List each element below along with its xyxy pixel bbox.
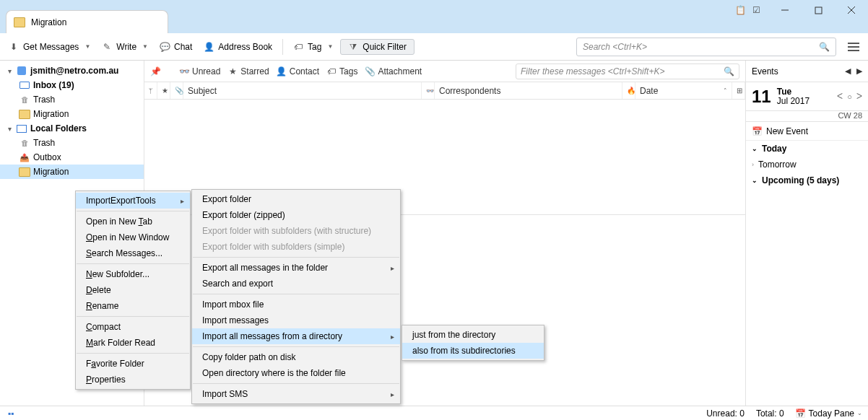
inbox-row[interactable]: Inbox (19)	[0, 78, 144, 92]
chevron-down-icon: ▼	[327, 43, 333, 50]
account-label: jsmith@netro.com.au	[30, 66, 118, 76]
menu-import-sms[interactable]: Import SMS▸	[192, 386, 400, 402]
address-book-button[interactable]: 👤 Address Book	[199, 39, 277, 55]
tag-label: Tag	[308, 42, 321, 52]
tag-button[interactable]: 🏷 Tag ▼	[289, 39, 337, 55]
events-title: Events	[752, 66, 778, 76]
today-icon[interactable]: ○	[847, 92, 852, 101]
col-junk[interactable]: 🔥	[622, 82, 635, 99]
col-star[interactable]: ★	[157, 82, 170, 99]
menu-search-messages[interactable]: Search Messages...	[76, 245, 190, 261]
col-read[interactable]: 👓	[422, 82, 435, 99]
menu-compact[interactable]: Compact	[76, 319, 190, 335]
group-tomorrow[interactable]: ›Tomorrow	[746, 157, 868, 172]
global-search-input[interactable]: Search <Ctrl+K> 🔍	[576, 38, 836, 56]
twisty-icon[interactable]: ▾	[6, 125, 13, 133]
menu-properties[interactable]: Properties	[76, 372, 190, 388]
local-folders-row[interactable]: ▾ Local Folders	[0, 121, 144, 136]
quick-filter-bar: 📌 👓Unread ★Starred 👤Contact 🏷Tags 📎Attac…	[144, 61, 745, 82]
menu-just-from-dir[interactable]: just from the directory	[402, 327, 544, 343]
trash-row[interactable]: Trash	[0, 92, 144, 107]
chevron-right-icon: ▸	[391, 390, 394, 398]
migration-row[interactable]: Migration	[0, 107, 144, 121]
lf-outbox-row[interactable]: Outbox	[0, 150, 144, 165]
quick-filter-label: Quick Filter	[363, 42, 407, 52]
menu-import-all-from-dir[interactable]: Import all messages from a directory▸	[192, 328, 400, 344]
col-attachment[interactable]: 📎	[170, 82, 183, 99]
lf-migration-row[interactable]: Migration	[0, 165, 144, 179]
filter-starred[interactable]: ★Starred	[227, 66, 269, 76]
tasks-icon[interactable]: ☑	[751, 5, 761, 15]
prev-day-button[interactable]: ◀	[845, 66, 851, 76]
filter-messages-input[interactable]: Filter these messages <Ctrl+Shift+K> 🔍	[516, 64, 739, 79]
col-picker[interactable]: ⊞	[732, 82, 745, 99]
calendar-week: CW 28	[746, 111, 868, 122]
events-header: Events ◀ ▶	[746, 61, 868, 82]
folder-icon	[19, 109, 30, 119]
filter-attachment[interactable]: 📎Attachment	[365, 66, 422, 76]
chat-button[interactable]: 💬 Chat	[155, 39, 196, 55]
import-export-submenu: Export folder Export folder (zipped) Exp…	[191, 189, 401, 404]
app-menu-button[interactable]	[843, 38, 864, 56]
minimize-button[interactable]	[768, 0, 802, 20]
menu-mark-folder-read[interactable]: Mark Folder Read	[76, 335, 190, 351]
get-messages-label: Get Messages	[23, 42, 79, 52]
lf-trash-row[interactable]: Trash	[0, 136, 144, 150]
prev-icon[interactable]: ᐸ	[837, 92, 843, 101]
col-subject[interactable]: Subject	[183, 82, 422, 99]
menu-import-export-tools[interactable]: ImportExportTools▸	[76, 193, 190, 209]
menu-rename[interactable]: Rename	[76, 298, 190, 314]
menu-export-folder[interactable]: Export folder	[192, 191, 400, 207]
account-row[interactable]: ▾ jsmith@netro.com.au	[0, 64, 144, 78]
menu-favorite-folder[interactable]: Favorite Folder	[76, 356, 190, 372]
menu-copy-folder-path[interactable]: Copy folder path on disk	[192, 349, 400, 365]
menu-export-all-messages[interactable]: Export all messages in the folder▸	[192, 260, 400, 276]
next-day-button[interactable]: ▶	[856, 66, 862, 76]
svg-rect-1	[815, 7, 822, 14]
contact-icon: 👤	[277, 66, 287, 76]
group-today[interactable]: ⌄Today	[746, 141, 868, 157]
new-event-button[interactable]: 📅 New Event	[746, 122, 868, 141]
get-messages-button[interactable]: ⬇ Get Messages ▼	[4, 39, 95, 55]
address-book-label: Address Book	[218, 42, 272, 52]
write-label: Write	[116, 42, 136, 52]
filter-unread[interactable]: 👓Unread	[179, 66, 220, 76]
menu-search-and-export[interactable]: Search and export	[192, 276, 400, 292]
filter-contact[interactable]: 👤Contact	[277, 66, 319, 76]
chevron-down-icon: ▼	[142, 43, 148, 50]
filter-tags[interactable]: 🏷Tags	[326, 66, 357, 76]
status-total: Total: 0	[756, 408, 784, 419]
write-button[interactable]: ✎ Write ▼	[97, 39, 152, 55]
menu-delete[interactable]: Delete	[76, 282, 190, 298]
maximize-button[interactable]	[802, 0, 835, 20]
download-icon: ⬇	[9, 42, 19, 52]
pin-icon[interactable]: 📌	[150, 66, 160, 76]
menu-import-messages[interactable]: Import messages	[192, 312, 400, 328]
migration-label: Migration	[33, 109, 69, 119]
menu-open-new-tab[interactable]: Open in New Tab	[76, 214, 190, 229]
menu-export-subfolders-simple: Export folder with subfolders (simple)	[192, 239, 400, 255]
menu-also-from-sub[interactable]: also from its subdirectories	[402, 343, 544, 359]
today-pane-toggle[interactable]: 📅 Today Pane ⌄	[796, 408, 862, 419]
day-number: 11	[752, 87, 771, 107]
menu-open-new-window[interactable]: Open in New Window	[76, 229, 190, 245]
chevron-right-icon: ▸	[391, 264, 394, 272]
menu-open-directory[interactable]: Open directory where is the folder file	[192, 365, 400, 381]
quick-filter-button[interactable]: ⧩ Quick Filter	[340, 39, 415, 55]
group-upcoming[interactable]: ⌄Upcoming (5 days)	[746, 172, 868, 188]
col-date[interactable]: Date˄	[635, 82, 732, 99]
calendar-icon[interactable]: 📋	[735, 5, 745, 15]
col-thread[interactable]: ᛘ	[144, 82, 157, 99]
main-toolbar: ⬇ Get Messages ▼ ✎ Write ▼ 💬 Chat 👤 Addr…	[0, 33, 868, 61]
twisty-icon[interactable]: ▾	[6, 67, 13, 75]
tag-icon: 🏷	[326, 66, 337, 76]
menu-new-subfolder[interactable]: New Subfolder...	[76, 266, 190, 282]
next-icon[interactable]: ᐳ	[856, 92, 862, 101]
tab-migration[interactable]: Migration	[6, 10, 168, 33]
menu-import-mbox[interactable]: Import mbox file	[192, 297, 400, 312]
col-correspondents[interactable]: Correspondents	[435, 82, 622, 99]
activity-icon[interactable]: ▪▪	[6, 408, 16, 419]
close-button[interactable]	[835, 0, 868, 20]
trash-icon	[19, 138, 30, 148]
menu-export-folder-zipped[interactable]: Export folder (zipped)	[192, 207, 400, 223]
